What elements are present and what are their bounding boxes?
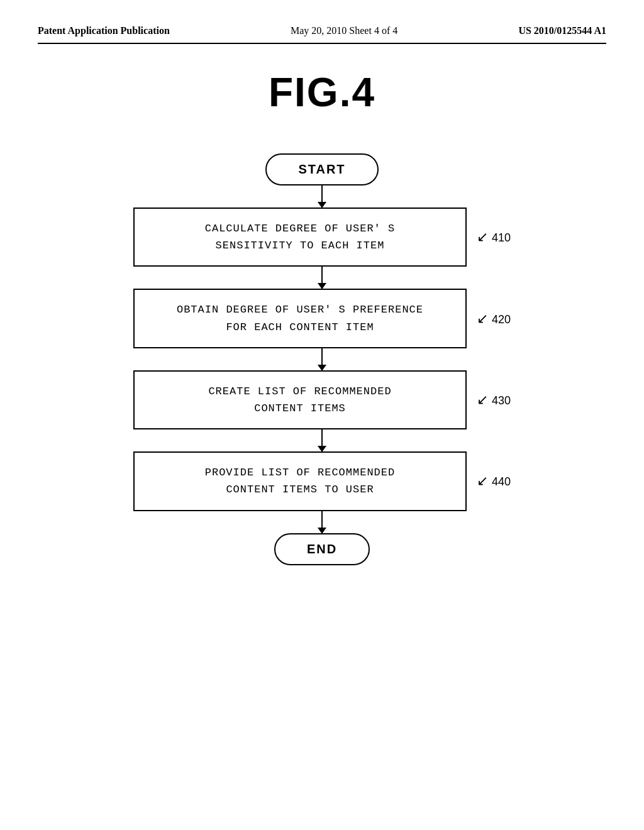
curve-440: ↙ <box>477 473 488 489</box>
step-420-line2: FOR EACH CONTENT ITEM <box>226 321 374 333</box>
start-shape: START <box>265 153 378 185</box>
step-420-container: OBTAIN DEGREE OF USER' S PREFERENCE FOR … <box>133 289 511 348</box>
arrow-5 <box>321 511 323 533</box>
step-440-container: PROVIDE LIST OF RECOMMENDED CONTENT ITEM… <box>133 451 511 511</box>
step-420-box: OBTAIN DEGREE OF USER' S PREFERENCE FOR … <box>133 289 467 348</box>
step-440-box: PROVIDE LIST OF RECOMMENDED CONTENT ITEM… <box>133 451 467 511</box>
step-430-line1: CREATE LIST OF RECOMMENDED <box>208 385 391 397</box>
arrow-4 <box>321 429 323 451</box>
page: Patent Application Publication May 20, 2… <box>0 0 644 830</box>
step-430-line2: CONTENT ITEMS <box>254 402 346 414</box>
step-410-box: CALCULATE DEGREE OF USER' S SENSITIVITY … <box>133 208 467 267</box>
arrow-2 <box>321 267 323 289</box>
arrow-3 <box>321 348 323 370</box>
header-center: May 20, 2010 Sheet 4 of 4 <box>291 25 397 36</box>
curve-420: ↙ <box>477 311 488 326</box>
header-left: Patent Application Publication <box>38 25 170 36</box>
step-430-container: CREATE LIST OF RECOMMENDED CONTENT ITEMS… <box>133 370 511 429</box>
step-420-label: ↙420 <box>477 311 511 327</box>
flowchart: START CALCULATE DEGREE OF USER' S SENSIT… <box>38 153 606 565</box>
arrow-1 <box>321 185 323 208</box>
header: Patent Application Publication May 20, 2… <box>38 25 606 36</box>
end-shape: END <box>274 533 370 565</box>
step-440-line1: PROVIDE LIST OF RECOMMENDED <box>205 467 395 479</box>
step-440-label: ↙440 <box>477 473 511 489</box>
step-440-line2: CONTENT ITEMS TO USER <box>226 484 374 495</box>
step-420-line1: OBTAIN DEGREE OF USER' S PREFERENCE <box>177 304 423 316</box>
curve-410: ↙ <box>477 229 488 245</box>
step-430-box: CREATE LIST OF RECOMMENDED CONTENT ITEMS <box>133 370 467 429</box>
header-right: US 2010/0125544 A1 <box>518 25 606 36</box>
step-410-label: ↙410 <box>477 229 511 245</box>
figure-title: FIG.4 <box>38 69 606 116</box>
step-410-container: CALCULATE DEGREE OF USER' S SENSITIVITY … <box>133 208 511 267</box>
header-divider <box>38 43 606 44</box>
step-430-label: ↙430 <box>477 392 511 408</box>
step-410-line2: SENSITIVITY TO EACH ITEM <box>216 240 385 252</box>
curve-430: ↙ <box>477 392 488 407</box>
step-410-line1: CALCULATE DEGREE OF USER' S <box>205 223 395 235</box>
